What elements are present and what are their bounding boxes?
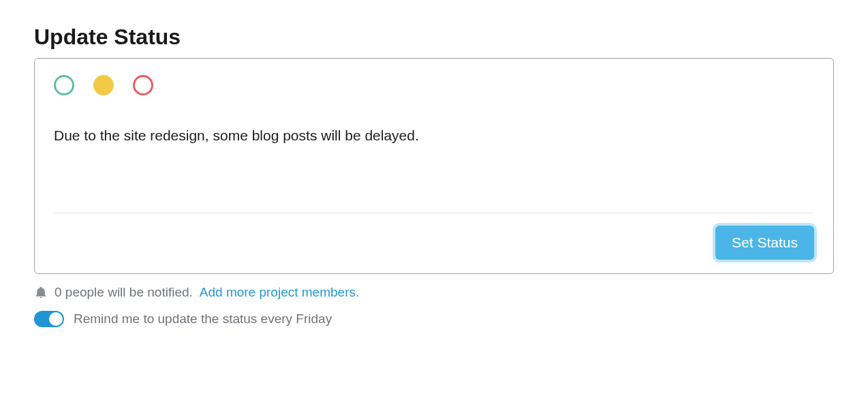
toggle-knob [49,312,63,326]
set-status-button[interactable]: Set Status [715,226,814,260]
status-card: Due to the site redesign, some blog post… [34,58,834,274]
footer: 0 people will be notified. Add more proj… [34,285,834,327]
status-color-green[interactable] [54,75,74,95]
bell-icon [34,285,48,300]
add-members-link[interactable]: Add more project members. [200,285,359,300]
status-color-picker [54,75,814,95]
page-title: Update Status [34,25,834,50]
status-text-input[interactable]: Due to the site redesign, some blog post… [54,125,814,207]
reminder-toggle[interactable] [34,311,64,327]
notify-row: 0 people will be notified. Add more proj… [34,285,834,300]
reminder-row: Remind me to update the status every Fri… [34,311,834,327]
card-actions: Set Status [54,226,814,260]
divider [54,213,814,213]
reminder-label: Remind me to update the status every Fri… [74,312,332,327]
notify-text: 0 people will be notified. [55,285,193,300]
status-color-red[interactable] [133,75,153,95]
status-color-yellow[interactable] [93,75,114,95]
